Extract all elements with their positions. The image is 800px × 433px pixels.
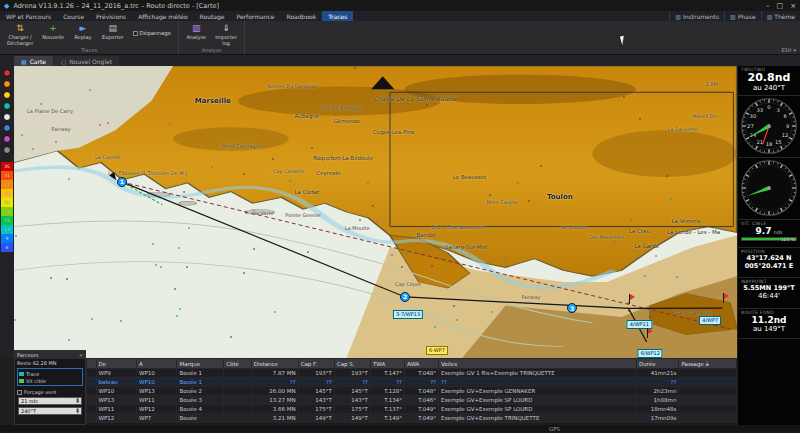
ribbon-tab-wp-et-parcours[interactable]: WP et Parcours — [0, 11, 57, 21]
table-row[interactable]: WP12WP7Bouée3.21 MN149°T149°TT.149°T.049… — [87, 414, 737, 423]
table-cell: 17mn09s — [636, 414, 679, 423]
wind-force-row[interactable]: Forçage vent — [15, 387, 85, 395]
column-header-passage[interactable]: Passage à — [679, 359, 737, 369]
table-cell: ?? — [334, 378, 370, 387]
ribbon-tab-course[interactable]: Course — [57, 11, 90, 21]
column-header-a[interactable]: A — [136, 359, 176, 369]
record-icon[interactable] — [3, 69, 11, 77]
svg-text:9: 9 — [786, 123, 789, 129]
table-row[interactable]: bateauWP10Bouée 1?????????????? — [87, 378, 737, 387]
speed-gauge-dial — [740, 159, 798, 217]
ribbon-groups: ⇅Charger / Décharger+Nouvelle►Replay▤Exp… — [0, 21, 245, 54]
table-cell: ?? — [439, 378, 637, 387]
maximize-button[interactable]: □ — [777, 2, 784, 10]
waypoint-chip-6-wp7[interactable]: 6-WP7 — [426, 346, 448, 355]
table-row[interactable]: WP10WP13Bouée 226.00 MN145°T145°TT.128°T… — [87, 387, 737, 396]
tab-carte[interactable]: ▦Carte — [14, 56, 53, 66]
column-header-awa[interactable]: AWA — [405, 359, 439, 369]
speed-gauge-instrument — [738, 158, 800, 220]
route-fond-sub: au 149°T — [741, 325, 797, 333]
table-cell: T.149° — [370, 414, 404, 423]
tab-nouvel-onglet[interactable]: ○Nouvel Onglet — [54, 56, 119, 66]
trace-row[interactable]: Trace — [19, 370, 81, 377]
table-cell — [224, 414, 252, 423]
table-cell: 149°T — [298, 414, 334, 423]
ribbon-right-phase[interactable]: ▥Phase — [724, 11, 761, 21]
ribbon-button-importer-log[interactable]: ⇓Importer log — [213, 22, 239, 47]
column-header-voiles[interactable]: Voiles — [439, 359, 637, 369]
checkbox-d-pannage[interactable]: Dépannage — [133, 30, 172, 36]
ribbon-right-instruments[interactable]: ▥Instruments — [669, 11, 724, 21]
table-row[interactable]: WP11WP12Bouée 43.66 MN175°T175°TT.137°T.… — [87, 405, 737, 414]
target-speed-value: 9.7 — [756, 226, 772, 236]
waypoint-chip-6-wp12[interactable]: 6/WP12 — [638, 349, 663, 358]
table-row[interactable]: WP13WP11Bouée 313.27 MN143°T143°TT.134°T… — [87, 396, 737, 405]
ribbon-tab-roadbook[interactable]: Roadbook — [281, 11, 323, 21]
collapse-label: ESH — [781, 47, 791, 53]
ribbon-button-exporter[interactable]: ▤Exporter — [100, 22, 126, 41]
legend-entry: 35 — [1, 162, 13, 171]
ribbon-button-nouvelle[interactable]: +Nouvelle — [40, 22, 66, 41]
column-header-marque[interactable]: Marque — [177, 359, 224, 369]
column-header-c-t[interactable]: Côté — [224, 359, 252, 369]
ribbon-tab-traces[interactable]: Traces — [322, 11, 353, 21]
waypoint-chip-3-7-wp13[interactable]: 3-7/WP13 — [393, 310, 423, 319]
ribbon-tab-performance[interactable]: Performance — [231, 11, 281, 21]
column-header-dur-e[interactable]: Durée — [636, 359, 679, 369]
column-header-de[interactable]: De — [96, 359, 136, 369]
column-header-twa[interactable]: TWA — [370, 359, 404, 369]
table-cell — [87, 396, 97, 405]
stepper-arrows-icon[interactable]: ▲▼ — [76, 398, 79, 405]
position-lon: 005°20.471 E — [741, 262, 797, 270]
table-cell — [679, 387, 737, 396]
parcours-panel-header[interactable]: Parcours × — [15, 351, 85, 359]
ribbon-right-th-me[interactable]: ▥Thème — [761, 11, 800, 21]
center-boat-icon[interactable] — [3, 102, 11, 110]
chart-canvas[interactable]: La Plaine De CarryMarseilleRocher Du Gar… — [14, 66, 737, 358]
table-cell: WP11 — [136, 396, 176, 405]
table-cell: 2h23mn — [636, 387, 679, 396]
follow-icon[interactable] — [3, 124, 11, 132]
ribbon-button-charger-d-charger[interactable]: ⇅Charger / Décharger — [5, 22, 35, 47]
table-cell — [679, 414, 737, 423]
minimize-button[interactable]: – — [766, 2, 770, 10]
column-header-distance[interactable]: Distance — [251, 359, 298, 369]
event-icon[interactable] — [3, 91, 11, 99]
panel-close-icon[interactable]: × — [79, 352, 83, 358]
ribbon-button-analyse[interactable]: ▥Analyse — [184, 22, 208, 41]
app-icon: ◆ — [4, 2, 9, 10]
waypoint-marker-2[interactable]: 2 — [400, 292, 410, 302]
wind-speed-stepper[interactable]: 21 nds ▲▼ — [18, 397, 82, 405]
parcours-title: Parcours — [17, 352, 38, 358]
importer-log-icon: ⇓ — [222, 23, 230, 34]
collapse-ribbon-button[interactable]: ESH ▾ — [781, 47, 796, 53]
target-speed-row[interactable]: Vit cible — [19, 377, 81, 384]
wind-arrow-icon[interactable] — [3, 135, 11, 143]
column-header-selector[interactable] — [87, 359, 97, 369]
table-cell: ?? — [636, 378, 679, 387]
waypoint-chip-4-wp7[interactable]: 4/WP7 — [699, 316, 721, 325]
table-row[interactable]: WP9WP10Bouée 17.87 MN193°T193°TT.147°T.0… — [87, 369, 737, 378]
legend-entry: 12 — [1, 225, 13, 234]
stepper-arrows-icon[interactable]: ▲▼ — [76, 408, 79, 415]
waypoint-marker-3[interactable]: 3 — [567, 303, 577, 313]
wind-force-checkbox[interactable] — [17, 390, 22, 395]
options-icon[interactable] — [3, 146, 11, 154]
ribbon-tab-pr-visions[interactable]: Prévisions — [90, 11, 132, 21]
ribbon-tab-routage[interactable]: Routage — [194, 11, 231, 21]
table-cell: ?? — [251, 378, 298, 387]
ribbon-tab-affichage-m-t-o[interactable]: Affichage météo — [132, 11, 193, 21]
close-button[interactable]: × — [790, 2, 796, 10]
ribbon-button-replay[interactable]: ►Replay — [71, 22, 95, 41]
zoom-area-icon[interactable] — [3, 113, 11, 121]
wind-direction-stepper[interactable]: 240°T ▲▼ — [18, 407, 82, 415]
trace-label: Trace — [26, 371, 39, 377]
trace-color-swatch — [19, 372, 24, 376]
column-header-cap-s[interactable]: Cap S. — [334, 359, 370, 369]
table-cell: Bouée 2 — [177, 387, 224, 396]
waypoint-instrument: WAYPOINT 5.55MN 199°T 46:44' — [738, 278, 800, 309]
mob-icon[interactable] — [3, 80, 11, 88]
column-header-cap-f[interactable]: Cap F. — [298, 359, 334, 369]
table-cell — [224, 396, 252, 405]
ribbon-right-items: ▥Instruments▥Phase▥Thème — [669, 11, 800, 21]
